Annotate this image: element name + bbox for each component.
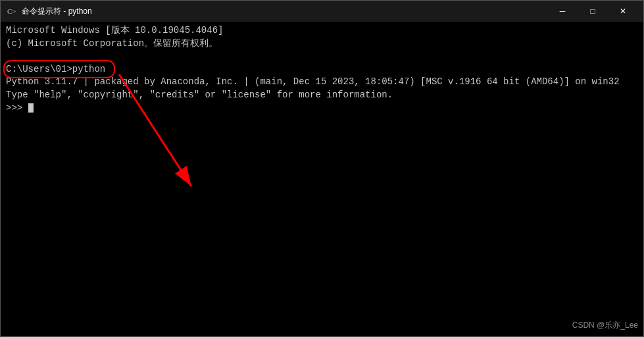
terminal-line-4: C:\Users\01>python xyxy=(6,63,638,76)
watermark: CSDN @乐亦_Lee xyxy=(572,320,638,331)
terminal-body[interactable]: Microsoft Windows [版本 10.0.19045.4046] (… xyxy=(1,22,643,336)
window: C> 命令提示符 - python ─ □ ✕ Microsoft Window… xyxy=(0,0,644,337)
cursor xyxy=(28,103,34,113)
title-bar-left: C> 命令提示符 - python xyxy=(6,6,92,17)
terminal-line-6: Type "help", "copyright", "credits" or "… xyxy=(6,89,638,102)
cmd-icon: C> xyxy=(6,6,16,16)
close-button[interactable]: ✕ xyxy=(608,1,638,22)
minimize-button[interactable]: ─ xyxy=(547,1,578,22)
maximize-button[interactable]: □ xyxy=(578,1,608,22)
prompt-text: >>> xyxy=(6,102,28,115)
terminal-line-1: Microsoft Windows [版本 10.0.19045.4046] xyxy=(6,24,638,38)
title-text: 命令提示符 - python xyxy=(22,6,92,17)
terminal-line-2: (c) Microsoft Corporation。保留所有权利。 xyxy=(6,38,638,51)
terminal-prompt-line: >>> xyxy=(6,102,638,115)
svg-text:C>: C> xyxy=(7,7,16,15)
window-controls: ─ □ ✕ xyxy=(547,1,638,22)
terminal-line-3 xyxy=(6,50,638,63)
title-bar: C> 命令提示符 - python ─ □ ✕ xyxy=(1,1,643,22)
terminal-line-5: Python 3.11.7 | packaged by Anaconda, In… xyxy=(6,76,638,89)
